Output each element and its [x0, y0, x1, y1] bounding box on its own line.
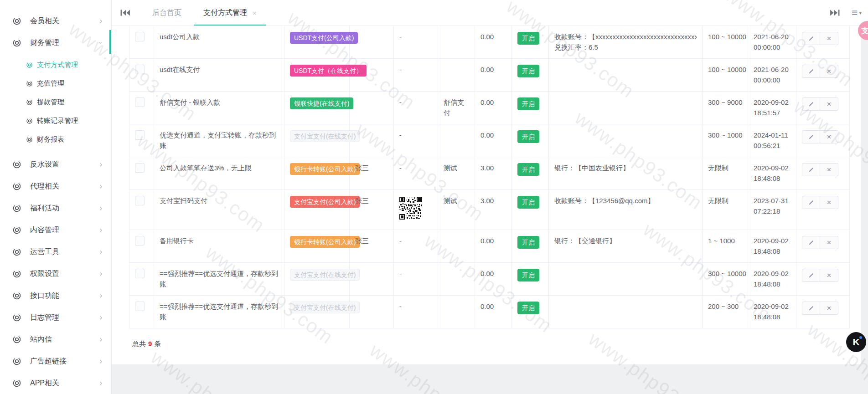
remark-cell: 舒信支付 [438, 92, 475, 124]
limit-cell: 200 ~ 300 [703, 296, 748, 328]
row-checkbox[interactable] [135, 236, 145, 246]
delete-button[interactable]: × [820, 163, 838, 176]
delete-button[interactable]: × [820, 32, 838, 45]
total-suffix: 条 [154, 340, 161, 348]
floating-brand-button[interactable]: K [846, 332, 866, 352]
status-toggle-button[interactable]: 开启 [517, 32, 539, 45]
close-icon: × [827, 199, 832, 206]
payment-type-badge: 支付宝支付(在线支付) [290, 269, 360, 281]
tabs-menu-button[interactable]: ≡ ▾ [852, 8, 862, 18]
edit-button[interactable] [802, 65, 820, 78]
edit-button[interactable] [802, 130, 820, 143]
payment-type-badge: 支付宝支付(在线支付) [290, 302, 360, 313]
close-icon: × [827, 304, 832, 312]
qr-code-image [399, 197, 422, 220]
edit-button[interactable] [802, 97, 820, 111]
status-toggle-button[interactable]: 开启 [517, 302, 539, 314]
row-checkbox[interactable] [135, 97, 145, 107]
delete-button[interactable]: × [820, 236, 838, 249]
row-checkbox[interactable] [135, 32, 145, 41]
edit-button[interactable] [802, 163, 820, 176]
sidebar-item-content[interactable]: 内容管理 › [0, 219, 111, 241]
sidebar-item-operation-tools[interactable]: 运营工具 › [0, 241, 111, 263]
chevron-right-icon: › [100, 248, 102, 256]
remark-cell [438, 230, 475, 263]
table-row: 优选支付通道，支付宝转账，存款秒到账 支付宝支付(在线支付) - 0.00 开启… [129, 124, 850, 157]
sidebar-item-label: 充值管理 [37, 79, 64, 88]
payment-name: 备用银行卡 [154, 230, 284, 263]
qr-cell: - [394, 296, 438, 328]
edit-button[interactable] [802, 302, 820, 315]
sidebar-item-agent[interactable]: 代理相关 › [0, 175, 111, 197]
row-checkbox[interactable] [135, 269, 145, 278]
ring-icon [12, 357, 21, 366]
status-toggle-button[interactable]: 开启 [517, 163, 539, 176]
sidebar-item-rebate[interactable]: 反水设置 › [0, 154, 111, 175]
delete-button[interactable]: × [820, 65, 838, 78]
sidebar-item-label: APP相关 [30, 379, 100, 388]
sidebar-item-label: 代理相关 [30, 182, 100, 191]
sidebar-item-api[interactable]: 接口功能 › [0, 285, 111, 307]
fee-cell: 0.00 [475, 263, 512, 296]
edit-button[interactable] [802, 269, 820, 282]
sidebar-item-permission[interactable]: 权限设置 › [0, 263, 111, 285]
delete-button[interactable]: × [820, 130, 838, 143]
sidebar-item-label: 会员相关 [30, 16, 100, 26]
status-toggle-button[interactable]: 开启 [517, 97, 539, 110]
sidebar-item-logs[interactable]: 日志管理 › [0, 307, 111, 328]
sidebar-item-finance[interactable]: 财务管理 › [0, 32, 111, 54]
edit-button[interactable] [802, 236, 820, 249]
status-toggle-button[interactable]: 开启 [517, 236, 539, 249]
tabs: 后台首页 支付方式管理 × [141, 0, 268, 26]
row-checkbox[interactable] [135, 163, 145, 173]
detail-line: 收款账号：【xxxxxxxxxxxxxxxxxxxxxxxxxxxxxx】 [554, 32, 697, 42]
sidebar-item-withdraw[interactable]: 提款管理 [0, 93, 111, 112]
sidebar-item-welfare[interactable]: 福利活动 › [0, 197, 111, 219]
time-cell: 2024-01-11 00:56:21 [748, 124, 796, 157]
sidebar-item-site-message[interactable]: 站内信 › [0, 328, 111, 350]
tabs-scroll-right-icon[interactable] [830, 9, 840, 16]
status-toggle-button[interactable]: 开启 [517, 130, 539, 143]
tabs-scroll-left-icon[interactable] [120, 9, 130, 16]
delete-button[interactable]: × [820, 269, 838, 282]
table-row: usdt在线支付 USDT支付（在线支付） - 0.00 开启 100 ~ 10… [129, 59, 850, 92]
sidebar-item-finance-report[interactable]: 财务报表 [0, 130, 111, 149]
operator-cell [350, 92, 394, 124]
tab-payment-methods[interactable]: 支付方式管理 × [192, 0, 268, 26]
sidebar-item-app[interactable]: APP相关 › [0, 372, 111, 394]
row-checkbox[interactable] [135, 196, 145, 205]
status-toggle-button[interactable]: 开启 [517, 65, 539, 77]
status-toggle-button[interactable]: 开启 [517, 269, 539, 281]
tab-dashboard[interactable]: 后台首页 [141, 0, 192, 26]
total-count: 总共9条 [132, 340, 161, 348]
sidebar-item-label: 运营工具 [30, 247, 100, 257]
row-checkbox[interactable] [135, 302, 145, 311]
details-cell: 收款账号：【xxxxxxxxxxxxxxxxxxxxxxxxxxxxxx】 兑换… [549, 26, 703, 59]
delete-button[interactable]: × [820, 196, 838, 209]
qr-cell: - [394, 230, 438, 263]
sidebar-item-ad-links[interactable]: 广告超链接 › [0, 350, 111, 372]
qr-cell: - [394, 26, 438, 59]
edit-button[interactable] [802, 32, 820, 45]
ring-icon [12, 247, 21, 256]
row-checkbox[interactable] [135, 65, 145, 74]
sidebar-item-member[interactable]: 会员相关 › [0, 10, 111, 32]
qr-cell: - [394, 92, 438, 124]
sidebar-item-payment-methods[interactable]: 支付方式管理 [0, 56, 111, 74]
chevron-right-icon: › [100, 205, 102, 212]
pencil-icon [808, 305, 814, 311]
delete-button[interactable]: × [820, 97, 838, 111]
delete-button[interactable]: × [820, 302, 838, 315]
edit-button[interactable] [802, 196, 820, 209]
row-checkbox[interactable] [135, 130, 145, 140]
close-icon: × [827, 67, 832, 75]
time-cell: 2020-09-02 18:48:08 [748, 230, 796, 263]
tab-close-icon[interactable]: × [253, 9, 257, 17]
chevron-right-icon: › [100, 292, 102, 299]
sidebar-item-transfer-records[interactable]: 转账记录管理 [0, 112, 111, 130]
fee-cell: 0.00 [475, 230, 512, 263]
status-toggle-button[interactable]: 开启 [517, 196, 539, 209]
sidebar-item-recharge[interactable]: 充值管理 [0, 74, 111, 93]
sidebar-scrollbar-thumb[interactable] [109, 30, 111, 54]
table-row: 公司入款笔笔存送3%，无上限 银行卡转账(公司入款) 张三 - 测试 3.00 … [129, 157, 850, 190]
